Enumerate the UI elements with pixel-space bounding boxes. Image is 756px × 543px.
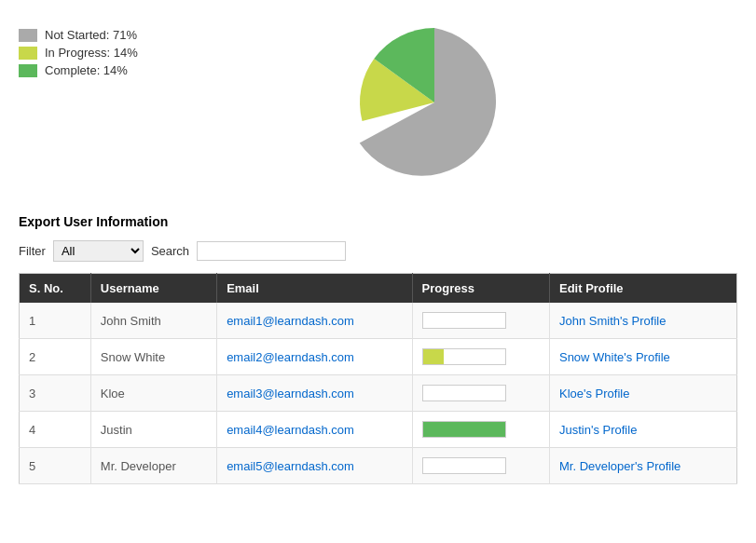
- profile-link[interactable]: John Smith's Profile: [559, 314, 666, 328]
- legend-color-complete: [19, 64, 37, 77]
- chart-section: Not Started: 71% In Progress: 14% Comple…: [19, 19, 737, 186]
- legend-section: Not Started: 71% In Progress: 14% Comple…: [19, 19, 186, 87]
- cell-profile: Mr. Developer's Profile: [549, 448, 736, 484]
- col-progress: Progress: [412, 274, 549, 304]
- header-row: S. No. Username Email Progress Edit Prof…: [20, 274, 737, 304]
- col-edit-profile: Edit Profile: [549, 274, 736, 304]
- progress-bar-wrap: [422, 312, 506, 329]
- cell-progress: [412, 412, 549, 448]
- users-table: S. No. Username Email Progress Edit Prof…: [19, 273, 737, 484]
- legend-label-not-started: Not Started: 71%: [45, 28, 137, 42]
- cell-profile: John Smith's Profile: [549, 303, 736, 339]
- email-link[interactable]: email3@learndash.com: [227, 387, 354, 400]
- cell-profile: Kloe's Profile: [549, 375, 736, 412]
- email-link[interactable]: email5@learndash.com: [227, 459, 354, 473]
- table-header: S. No. Username Email Progress Edit Prof…: [20, 274, 737, 304]
- filter-label: Filter: [19, 244, 46, 258]
- legend-item-not-started: Not Started: 71%: [19, 28, 186, 42]
- export-title: Export User Information: [19, 214, 737, 229]
- legend-label-complete: Complete: 14%: [45, 63, 128, 77]
- cell-profile: Snow White's Profile: [549, 339, 736, 375]
- cell-email: email2@learndash.com: [217, 339, 412, 375]
- cell-progress: [412, 448, 549, 484]
- cell-progress: [412, 375, 549, 412]
- cell-progress: [412, 339, 549, 375]
- legend: Not Started: 71% In Progress: 14% Comple…: [19, 28, 186, 77]
- legend-item-complete: Complete: 14%: [19, 63, 186, 77]
- filter-select[interactable]: All In Progress Complete Not Started: [53, 240, 144, 262]
- cell-username: Kloe: [90, 375, 216, 412]
- table-row: 4 Justin email4@learndash.com Justin's P…: [20, 412, 737, 448]
- profile-link[interactable]: Kloe's Profile: [559, 387, 629, 400]
- cell-email: email3@learndash.com: [217, 375, 412, 412]
- legend-color-not-started: [19, 29, 37, 42]
- cell-email: email1@learndash.com: [217, 303, 412, 339]
- profile-link[interactable]: Snow White's Profile: [559, 350, 670, 364]
- cell-email: email4@learndash.com: [217, 412, 412, 448]
- legend-label-in-progress: In Progress: 14%: [45, 46, 138, 60]
- table-row: 1 John Smith email1@learndash.com John S…: [20, 303, 737, 339]
- cell-username: Justin: [90, 412, 216, 448]
- col-sno: S. No.: [20, 274, 91, 304]
- filter-bar: Filter All In Progress Complete Not Star…: [19, 240, 737, 262]
- cell-sno: 4: [20, 412, 91, 448]
- progress-bar-wrap: [422, 385, 506, 401]
- legend-color-in-progress: [19, 47, 37, 60]
- col-email: Email: [217, 274, 412, 304]
- progress-bar-wrap: [422, 348, 506, 365]
- table-body: 1 John Smith email1@learndash.com John S…: [20, 303, 737, 484]
- cell-username: Mr. Developer: [90, 448, 216, 484]
- cell-username: John Smith: [90, 303, 216, 339]
- search-input[interactable]: [197, 241, 346, 261]
- cell-email: email5@learndash.com: [217, 448, 412, 484]
- table-row: 3 Kloe email3@learndash.com Kloe's Profi…: [20, 375, 737, 412]
- cell-progress: [412, 303, 549, 339]
- cell-sno: 5: [20, 448, 91, 484]
- progress-bar-fill: [423, 422, 505, 437]
- profile-link[interactable]: Justin's Profile: [559, 423, 637, 437]
- table-row: 2 Snow White email2@learndash.com Snow W…: [20, 339, 737, 375]
- legend-item-in-progress: In Progress: 14%: [19, 46, 186, 60]
- email-link[interactable]: email4@learndash.com: [227, 423, 354, 437]
- cell-profile: Justin's Profile: [549, 412, 736, 448]
- table-row: 5 Mr. Developer email5@learndash.com Mr.…: [20, 448, 737, 484]
- email-link[interactable]: email2@learndash.com: [227, 350, 354, 364]
- pie-chart: [341, 19, 528, 186]
- export-section: Export User Information Filter All In Pr…: [19, 214, 737, 484]
- progress-bar-fill: [423, 349, 444, 364]
- profile-link[interactable]: Mr. Developer's Profile: [559, 459, 680, 473]
- pie-chart-container: [186, 19, 737, 186]
- cell-sno: 2: [20, 339, 91, 375]
- cell-sno: 1: [20, 303, 91, 339]
- email-link[interactable]: email1@learndash.com: [227, 314, 354, 328]
- col-username: Username: [90, 274, 216, 304]
- progress-bar-wrap: [422, 421, 506, 438]
- cell-sno: 3: [20, 375, 91, 412]
- cell-username: Snow White: [90, 339, 216, 375]
- search-label: Search: [151, 244, 189, 258]
- progress-bar-wrap: [422, 457, 506, 474]
